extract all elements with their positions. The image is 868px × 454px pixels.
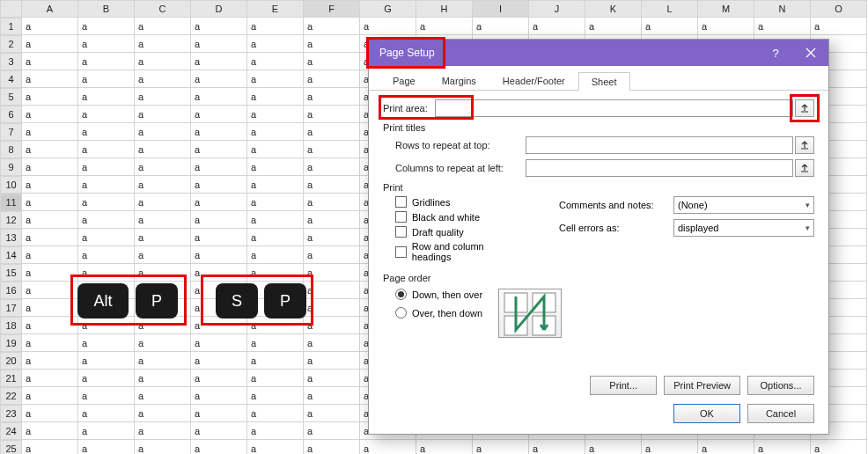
cell-D19[interactable]: a: [191, 334, 247, 352]
cell-F11[interactable]: a: [304, 194, 360, 211]
row-header-25[interactable]: 25: [0, 440, 22, 454]
cell-B14[interactable]: a: [78, 246, 135, 264]
print-area-range-button[interactable]: [795, 99, 814, 117]
row-header-16[interactable]: 16: [0, 282, 22, 299]
cell-O25[interactable]: a: [811, 440, 867, 454]
cell-A23[interactable]: a: [22, 405, 78, 422]
column-header-K[interactable]: K: [585, 0, 642, 18]
column-header-M[interactable]: M: [698, 0, 754, 18]
cell-errors-combo[interactable]: displayed▾: [673, 219, 814, 237]
cell-C13[interactable]: a: [135, 229, 191, 246]
row-header-15[interactable]: 15: [0, 264, 22, 282]
cell-G25[interactable]: a: [360, 440, 416, 454]
cell-C9[interactable]: a: [135, 158, 191, 176]
down-then-over-radio[interactable]: [395, 289, 407, 300]
tab-sheet[interactable]: Sheet: [578, 72, 630, 91]
cell-C19[interactable]: a: [135, 334, 191, 352]
cell-F1[interactable]: a: [304, 18, 360, 35]
cell-D1[interactable]: a: [191, 18, 247, 35]
cell-M25[interactable]: a: [698, 440, 754, 454]
cell-E19[interactable]: a: [247, 334, 304, 352]
cell-F13[interactable]: a: [304, 229, 360, 246]
row-header-24[interactable]: 24: [0, 422, 22, 440]
cell-F12[interactable]: a: [304, 211, 360, 229]
row-header-13[interactable]: 13: [0, 229, 22, 246]
cell-F3[interactable]: a: [304, 53, 360, 70]
close-button[interactable]: [793, 40, 828, 66]
cell-E23[interactable]: a: [247, 405, 304, 422]
cell-D3[interactable]: a: [191, 53, 247, 70]
rows-repeat-range-button[interactable]: [795, 136, 814, 154]
cell-B20[interactable]: a: [78, 352, 135, 370]
cell-A22[interactable]: a: [22, 387, 78, 405]
cell-C23[interactable]: a: [135, 405, 191, 422]
cell-D2[interactable]: a: [191, 35, 247, 53]
cell-E14[interactable]: a: [247, 246, 304, 264]
cell-E12[interactable]: a: [247, 211, 304, 229]
cell-K1[interactable]: a: [585, 18, 642, 35]
cell-C20[interactable]: a: [135, 352, 191, 370]
cell-C6[interactable]: a: [135, 106, 191, 123]
cell-E7[interactable]: a: [247, 123, 304, 141]
cell-D25[interactable]: a: [191, 440, 247, 454]
cell-J25[interactable]: a: [529, 440, 585, 454]
cell-C2[interactable]: a: [135, 35, 191, 53]
cell-D14[interactable]: a: [191, 246, 247, 264]
cell-F20[interactable]: a: [304, 352, 360, 370]
cell-E9[interactable]: a: [247, 158, 304, 176]
cell-C1[interactable]: a: [135, 18, 191, 35]
cell-B7[interactable]: a: [78, 123, 135, 141]
cell-D4[interactable]: a: [191, 70, 247, 88]
cell-D20[interactable]: a: [191, 352, 247, 370]
ok-button[interactable]: OK: [673, 404, 740, 423]
cancel-button[interactable]: Cancel: [747, 404, 814, 423]
cell-B2[interactable]: a: [78, 35, 135, 53]
row-header-20[interactable]: 20: [0, 352, 22, 370]
row-header-21[interactable]: 21: [0, 370, 22, 387]
cell-A5[interactable]: a: [22, 88, 78, 106]
cell-A14[interactable]: a: [22, 246, 78, 264]
cell-F2[interactable]: a: [304, 35, 360, 53]
row-header-22[interactable]: 22: [0, 387, 22, 405]
cell-I25[interactable]: a: [473, 440, 529, 454]
options-button[interactable]: Options...: [747, 376, 814, 395]
cell-C3[interactable]: a: [135, 53, 191, 70]
cell-C8[interactable]: a: [135, 141, 191, 158]
cell-D13[interactable]: a: [191, 229, 247, 246]
cell-A13[interactable]: a: [22, 229, 78, 246]
cell-A21[interactable]: a: [22, 370, 78, 387]
cell-E4[interactable]: a: [247, 70, 304, 88]
print-area-input[interactable]: [435, 99, 793, 117]
cell-A7[interactable]: a: [22, 123, 78, 141]
bw-checkbox[interactable]: [395, 211, 407, 223]
cell-D22[interactable]: a: [191, 387, 247, 405]
cell-F6[interactable]: a: [304, 106, 360, 123]
row-header-14[interactable]: 14: [0, 246, 22, 264]
cell-D6[interactable]: a: [191, 106, 247, 123]
cell-B1[interactable]: a: [78, 18, 135, 35]
over-then-down-radio[interactable]: [395, 307, 407, 319]
row-header-2[interactable]: 2: [0, 35, 22, 53]
column-header-C[interactable]: C: [135, 0, 191, 18]
row-header-6[interactable]: 6: [0, 106, 22, 123]
cell-E5[interactable]: a: [247, 88, 304, 106]
cell-F7[interactable]: a: [304, 123, 360, 141]
cols-repeat-input[interactable]: [526, 159, 793, 177]
row-header-12[interactable]: 12: [0, 211, 22, 229]
cell-B25[interactable]: a: [78, 440, 135, 454]
cell-K25[interactable]: a: [585, 440, 642, 454]
cell-C24[interactable]: a: [135, 422, 191, 440]
cell-C4[interactable]: a: [135, 70, 191, 88]
cell-B12[interactable]: a: [78, 211, 135, 229]
column-header-G[interactable]: G: [360, 0, 416, 18]
cell-B13[interactable]: a: [78, 229, 135, 246]
cell-A10[interactable]: a: [22, 176, 78, 194]
cell-E24[interactable]: a: [247, 422, 304, 440]
comments-combo[interactable]: (None)▾: [673, 196, 814, 214]
row-header-5[interactable]: 5: [0, 88, 22, 106]
cell-H1[interactable]: a: [416, 18, 473, 35]
print-preview-button[interactable]: Print Preview: [664, 376, 740, 395]
rowcol-checkbox[interactable]: [395, 246, 407, 258]
cell-A4[interactable]: a: [22, 70, 78, 88]
cell-F8[interactable]: a: [304, 141, 360, 158]
